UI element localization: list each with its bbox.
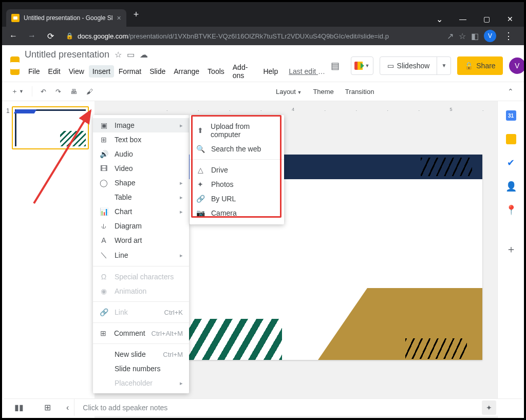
share-button[interactable]: 🔒Share [457, 56, 502, 75]
shape-icon: ◯ [99, 179, 108, 187]
speaker-notes[interactable]: Click to add speaker notes [74, 399, 477, 416]
maximize-button[interactable]: ▢ [475, 11, 498, 27]
image-photos-item[interactable]: ✦Photos [190, 177, 284, 192]
url-bar[interactable]: 🔒 docs.google.com/presentation/d/1VXbnBT… [62, 32, 439, 40]
browser-profile-avatar[interactable]: V [484, 30, 496, 42]
share-page-icon[interactable]: ↗ [447, 31, 454, 41]
undo-button[interactable]: ↶ [37, 86, 49, 98]
paint-format-button[interactable]: 🖌 [83, 86, 96, 98]
insert-video-item[interactable]: 🎞Video [93, 161, 189, 176]
explore-button[interactable]: ✦ [482, 400, 496, 415]
slideshow-options-caret[interactable]: ▼ [437, 57, 450, 74]
slide-filmstrip: 1 [2, 101, 95, 420]
collapse-toolbar-icon[interactable]: ⌃ [503, 85, 518, 98]
maps-icon[interactable]: 📍 [506, 205, 516, 215]
link-icon: 🔗 [99, 308, 108, 316]
shortcut-label: Ctrl+M [163, 351, 183, 358]
insert-wordart-item[interactable]: AWord art [93, 233, 189, 247]
reload-button[interactable]: ⟳ [43, 29, 58, 43]
transition-button[interactable]: Transition [341, 86, 379, 98]
last-edit-link[interactable]: Last edit wa... [289, 67, 326, 75]
account-avatar[interactable]: V [509, 58, 525, 74]
cloud-saved-icon[interactable]: ☁ [140, 50, 148, 60]
drive-icon: △ [196, 166, 205, 174]
move-to-folder-icon[interactable]: ▭ [127, 50, 135, 60]
menu-slide[interactable]: Slide [146, 65, 169, 78]
bookmark-star-icon[interactable]: ☆ [459, 31, 466, 41]
insert-image-item[interactable]: ▣Image▸ [93, 118, 189, 132]
slide-thumbnail-1[interactable] [12, 106, 89, 149]
search-icon: 🔍 [196, 145, 205, 153]
menu-edit[interactable]: Edit [45, 65, 64, 78]
diagram-icon: ⫝ [99, 222, 108, 230]
collapse-filmstrip-icon[interactable]: ‹ [61, 403, 74, 412]
insert-line-item[interactable]: ＼Line▸ [93, 247, 189, 263]
print-button[interactable]: 🖶 [67, 86, 80, 98]
insert-special-chars-item: ΩSpecial characters [93, 270, 189, 284]
image-submenu: ⬆Upload from computer 🔍Search the web △D… [190, 115, 284, 224]
add-addon-icon[interactable]: ＋ [506, 244, 516, 254]
present-meet-button[interactable]: ▼ [351, 56, 373, 75]
new-tab-button[interactable]: + [126, 9, 146, 20]
close-window-button[interactable]: ✕ [498, 11, 522, 27]
text-box-icon: ⊞ [99, 136, 108, 144]
menu-format[interactable]: Format [115, 65, 145, 78]
upload-icon: ⬆ [196, 126, 204, 135]
slides-favicon [11, 14, 20, 22]
insert-comment-item[interactable]: ⊞CommentCtrl+Alt+M [93, 326, 189, 340]
menu-view[interactable]: View [65, 65, 88, 78]
chevron-down-icon[interactable]: ⌄ [427, 11, 451, 27]
insert-textbox-item[interactable]: ⊞Text box [93, 132, 189, 147]
keep-icon[interactable] [506, 134, 516, 144]
menu-insert[interactable]: Insert [89, 65, 114, 78]
insert-chart-item[interactable]: 📊Chart▸ [93, 204, 189, 219]
image-camera-item[interactable]: 📷Camera [190, 206, 284, 220]
lock-icon: 🔒 [66, 32, 73, 40]
menu-file[interactable]: File [25, 65, 44, 78]
insert-animation-item: ◉Animation [93, 284, 189, 298]
menu-arrange[interactable]: Arrange [170, 65, 203, 78]
browser-tab[interactable]: Untitled presentation - Google Sl × [6, 9, 126, 27]
insert-slide-numbers-item[interactable]: Slide numbers [93, 361, 189, 376]
minimize-button[interactable]: — [451, 11, 475, 27]
star-icon[interactable]: ☆ [115, 50, 122, 60]
menu-tools[interactable]: Tools [204, 65, 228, 78]
contacts-icon[interactable]: 👤 [506, 181, 516, 192]
image-search-web-item[interactable]: 🔍Search the web [190, 142, 284, 156]
back-button[interactable]: ← [6, 29, 21, 43]
image-by-url-item[interactable]: 🔗By URL [190, 192, 284, 206]
menu-help[interactable]: Help [259, 65, 281, 78]
line-icon: ＼ [99, 251, 108, 260]
insert-shape-item[interactable]: ◯Shape▸ [93, 176, 189, 190]
tasks-icon[interactable]: ✔ [506, 158, 516, 168]
insert-table-item[interactable]: Table▸ [93, 190, 189, 204]
insert-audio-item[interactable]: 🔊Audio [93, 147, 189, 161]
slideshow-button[interactable]: ▭Slideshow ▼ [380, 56, 452, 75]
image-upload-item[interactable]: ⬆Upload from computer [190, 119, 284, 142]
grid-view-icon[interactable]: ⊞ [34, 403, 61, 412]
redo-button[interactable]: ↷ [52, 86, 64, 98]
audio-icon: 🔊 [99, 150, 108, 158]
image-drive-item[interactable]: △Drive [190, 163, 284, 177]
present-icon: ▭ [387, 62, 394, 70]
browser-menu-icon[interactable]: ⋮ [501, 30, 516, 42]
open-comments-icon[interactable]: ▤ [326, 56, 345, 75]
new-slide-button[interactable]: ＋▼ [8, 85, 27, 98]
layout-dropdown[interactable]: Layout ▼ [272, 86, 306, 98]
theme-button[interactable]: Theme [309, 86, 337, 98]
extensions-icon[interactable]: ◧ [471, 31, 479, 41]
toolbar: ＋▼ ↶ ↷ 🖶 🖌 Layout ▼ Theme Transition ⌃ [2, 82, 524, 101]
menu-addons[interactable]: Add-ons [229, 61, 259, 82]
filmstrip-view-icon[interactable]: ▮▮ [4, 403, 34, 412]
document-title[interactable]: Untitled presentation [25, 49, 109, 60]
comment-icon: ⊞ [99, 329, 108, 337]
slideshow-label: Slideshow [397, 62, 430, 70]
calendar-icon[interactable] [506, 110, 516, 121]
slides-logo[interactable] [10, 56, 20, 75]
slide-decoration [184, 319, 282, 360]
insert-diagram-item[interactable]: ⫝Diagram [93, 219, 189, 233]
close-tab-icon[interactable]: × [117, 14, 121, 22]
insert-new-slide-item[interactable]: New slideCtrl+M [93, 347, 189, 361]
insert-menu-dropdown: ▣Image▸ ⊞Text box 🔊Audio 🎞Video ◯Shape▸ … [93, 115, 189, 393]
animation-icon: ◉ [99, 287, 108, 295]
